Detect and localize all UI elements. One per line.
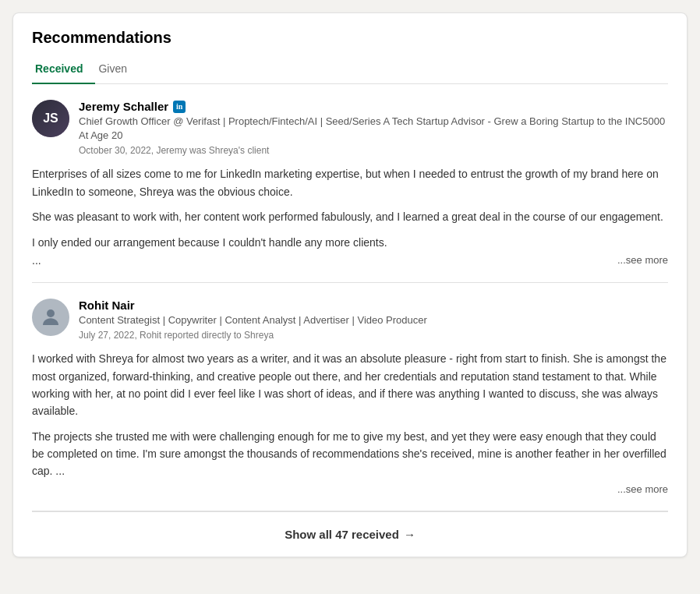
rec-para-rohit-1: I worked with Shreya for almost two year… [32, 350, 668, 420]
svg-point-0 [47, 309, 55, 317]
recommender-title-rohit: Content Strategist | Copywriter | Conten… [79, 313, 668, 327]
tabs-container: Received Given [32, 56, 668, 84]
person-icon-rohit [39, 306, 62, 329]
avatar-rohit[interactable] [32, 299, 69, 336]
ellipsis-dots-jeremy: ... [32, 254, 41, 267]
recommender-header-jeremy: JS Jeremy Schaller in Chief Growth Offic… [32, 100, 668, 156]
recommendation-text-jeremy: Enterprises of all sizes come to me for … [32, 165, 668, 251]
see-more-jeremy[interactable]: ...see more [617, 254, 668, 266]
show-all-arrow: → [404, 528, 415, 541]
tab-given[interactable]: Given [95, 56, 140, 84]
rec-para-rohit-2: The projects she trusted me with were ch… [32, 428, 668, 480]
recommendations-card: Recommendations Received Given JS Jeremy… [12, 12, 688, 557]
recommender-name-jeremy[interactable]: Jeremy Schaller [79, 100, 168, 113]
see-more-rohit[interactable]: ...see more [617, 483, 668, 495]
rec-para-jeremy-2: She was pleasant to work with, her conte… [32, 208, 668, 225]
recommendation-item-rohit: Rohit Nair Content Strategist | Copywrit… [32, 283, 668, 511]
show-all-button[interactable]: Show all 47 received → [285, 528, 415, 541]
recommender-info-rohit: Rohit Nair Content Strategist | Copywrit… [79, 299, 668, 341]
avatar-initials-jeremy: JS [32, 100, 69, 137]
recommender-name-rohit[interactable]: Rohit Nair [79, 299, 135, 312]
name-row-jeremy: Jeremy Schaller in [79, 100, 668, 113]
recommendation-item-jeremy: JS Jeremy Schaller in Chief Growth Offic… [32, 84, 668, 283]
recommender-date-jeremy: October 30, 2022, Jeremy was Shreya's cl… [79, 145, 668, 156]
ellipsis-row-rohit: ...see more [32, 483, 668, 495]
recommender-date-rohit: July 27, 2022, Rohit reported directly t… [79, 330, 668, 341]
linkedin-icon-jeremy: in [173, 101, 186, 113]
name-row-rohit: Rohit Nair [79, 299, 668, 312]
page-title: Recommendations [32, 29, 668, 47]
recommender-title-jeremy: Chief Growth Officer @ Verifast | Propte… [79, 115, 668, 143]
recommendation-text-rohit: I worked with Shreya for almost two year… [32, 350, 668, 480]
recommender-header-rohit: Rohit Nair Content Strategist | Copywrit… [32, 299, 668, 341]
avatar-jeremy[interactable]: JS [32, 100, 69, 137]
rec-para-jeremy-1: Enterprises of all sizes come to me for … [32, 165, 668, 200]
show-all-label: Show all 47 received [285, 528, 399, 541]
rec-para-jeremy-3: I only ended our arrangement because I c… [32, 234, 668, 251]
recommender-info-jeremy: Jeremy Schaller in Chief Growth Officer … [79, 100, 668, 156]
ellipsis-row-jeremy: ... ...see more [32, 254, 668, 267]
tab-received[interactable]: Received [32, 56, 95, 84]
show-all-row: Show all 47 received → [32, 511, 668, 557]
